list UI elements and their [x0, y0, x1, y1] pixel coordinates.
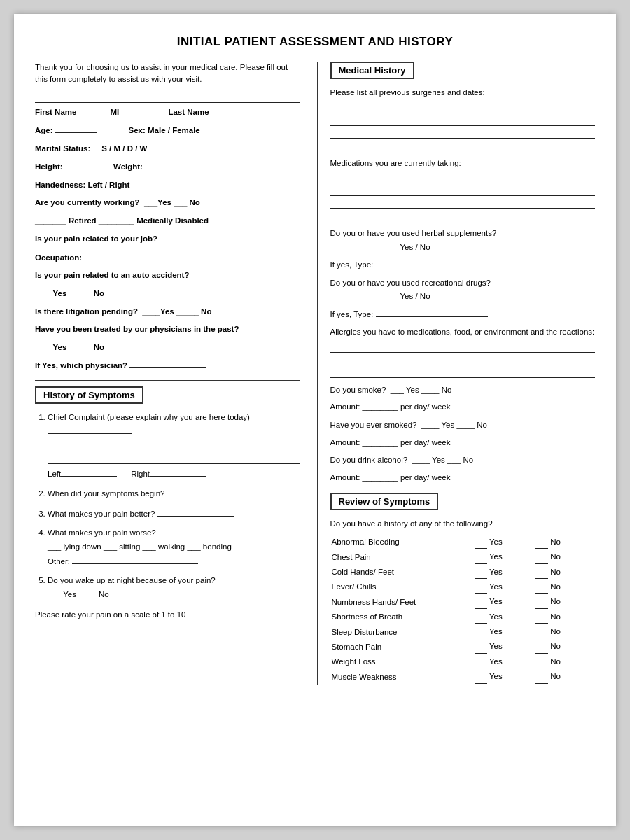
working-row: Are you currently working? ___Yes ___ No	[35, 196, 300, 210]
review-item-yes: Yes	[473, 580, 534, 594]
list-item: Chest Pain Yes No	[330, 550, 596, 564]
review-item-label: Numbness Hands/ Feet	[330, 594, 473, 609]
review-item-no: No	[534, 550, 595, 564]
review-item-yes: Yes	[473, 535, 534, 550]
review-item-label: Weight Loss	[330, 654, 473, 669]
alcohol-row: Do you drink alcohol? ____ Yes ___ No	[330, 454, 596, 468]
alcohol-amount-row: Amount: ________ per day/ week	[330, 471, 596, 485]
recreational-label: Do you or have you used recreational dru…	[330, 276, 596, 304]
treated-row: Have you been treated by our physicians …	[35, 323, 300, 337]
review-item-no: No	[534, 580, 595, 594]
review-item-yes: Yes	[473, 565, 534, 580]
list-item: Abnormal Bleeding Yes No	[330, 535, 596, 550]
list-item: Stomach Pain Yes No	[330, 639, 596, 654]
list-item: What makes your pain worse? ___ lying do…	[48, 526, 300, 568]
history-section-label: History of Symptoms	[35, 386, 144, 404]
review-item-no: No	[534, 639, 595, 654]
review-question: Do you have a history of any of the foll…	[330, 517, 596, 531]
treated-yn-row: ____Yes _____ No	[35, 341, 300, 355]
surgeries-label: Please list all previous surgeries and d…	[330, 86, 596, 100]
review-item-yes: Yes	[473, 610, 534, 624]
pain-job-row: Is your pain related to your job?	[35, 232, 300, 246]
list-item: Numbness Hands/ Feet Yes No	[330, 594, 596, 609]
list-item: What makes your pain better?	[48, 507, 300, 522]
review-item-no: No	[534, 624, 595, 639]
left-column: Thank you for choosing us to assist in y…	[35, 62, 300, 685]
review-item-yes: Yes	[473, 669, 534, 684]
review-table: Abnormal Bleeding Yes No Chest Pain Yes …	[330, 535, 596, 685]
age-sex-row: Age: Sex: Male / Female	[35, 123, 300, 138]
review-item-no: No	[534, 535, 595, 550]
retired-row: _______ Retired ________ Medically Disab…	[35, 214, 300, 228]
litigation-row: Is there litigation pending? ____Yes ___…	[35, 305, 300, 319]
list-item: Fever/ Chills Yes No	[330, 580, 596, 594]
smoke-row: Do you smoke? ___ Yes ____ No	[330, 384, 596, 398]
herbal-label: Do you or have you used herbal supplemen…	[330, 227, 596, 254]
allergies-label: Allergies you have to medications, food,…	[330, 326, 596, 340]
review-item-label: Stomach Pain	[330, 639, 473, 654]
review-item-yes: Yes	[473, 654, 534, 669]
list-item: When did your symptoms begin?	[48, 486, 300, 501]
review-section-label: Review of Symptoms	[330, 493, 439, 510]
intro-text: Thank you for choosing us to assist in y…	[35, 62, 300, 86]
symptom-list: Chief Complaint (please explain why you …	[35, 411, 300, 601]
review-item-label: Cold Hands/ Feet	[330, 565, 473, 580]
review-item-no: No	[534, 654, 595, 669]
physician-row: If Yes, which physician?	[35, 358, 300, 373]
name-row: First Name MI Last Name	[35, 106, 300, 120]
marital-row: Marital Status: S / M / D / W	[35, 142, 300, 156]
ever-smoked-amount-row: Amount: ________ per day/ week	[330, 436, 596, 450]
handedness-row: Handedness: Left / Right	[35, 178, 300, 192]
recreational-type-row: If yes, Type:	[330, 307, 596, 322]
pain-scale-row: Please rate your pain on a scale of 1 to…	[35, 608, 300, 622]
review-item-no: No	[534, 594, 595, 609]
review-item-label: Sleep Disturbance	[330, 624, 473, 639]
herbal-type-row: If yes, Type:	[330, 258, 596, 272]
list-item: Do you wake up at night because of your …	[48, 574, 300, 601]
occupation-row: Occupation:	[35, 251, 300, 265]
ever-smoked-row: Have you ever smoked? ____ Yes ____ No	[330, 419, 596, 433]
review-item-label: Muscle Weakness	[330, 669, 473, 684]
review-item-yes: Yes	[473, 639, 534, 654]
review-item-label: Shortness of Breath	[330, 610, 473, 624]
review-item-yes: Yes	[473, 550, 534, 564]
auto-yn-row: ____Yes _____ No	[35, 287, 300, 301]
review-item-yes: Yes	[473, 594, 534, 609]
review-item-label: Abnormal Bleeding	[330, 535, 473, 550]
page: INITIAL PATIENT ASSESSMENT AND HISTORY T…	[14, 14, 616, 826]
medications-label: Medications you are currently taking:	[330, 157, 596, 171]
right-column: Medical History Please list all previous…	[317, 62, 596, 685]
smoke-amount-row: Amount: ________ per day/ week	[330, 400, 596, 414]
medical-history-label: Medical History	[330, 62, 414, 79]
review-item-no: No	[534, 610, 595, 624]
page-title: INITIAL PATIENT ASSESSMENT AND HISTORY	[35, 35, 595, 49]
list-item: Cold Hands/ Feet Yes No	[330, 565, 596, 580]
review-item-no: No	[534, 669, 595, 684]
list-item: Chief Complaint (please explain why you …	[48, 411, 300, 482]
review-item-label: Fever/ Chills	[330, 580, 473, 594]
auto-accident-row: Is your pain related to an auto accident…	[35, 269, 300, 283]
list-item: Muscle Weakness Yes No	[330, 669, 596, 684]
list-item: Weight Loss Yes No	[330, 654, 596, 669]
review-item-yes: Yes	[473, 624, 534, 639]
list-item: Shortness of Breath Yes No	[330, 610, 596, 624]
review-item-label: Chest Pain	[330, 550, 473, 564]
list-item: Sleep Disturbance Yes No	[330, 624, 596, 639]
height-weight-row: Height: Weight:	[35, 160, 300, 174]
review-item-no: No	[534, 565, 595, 580]
